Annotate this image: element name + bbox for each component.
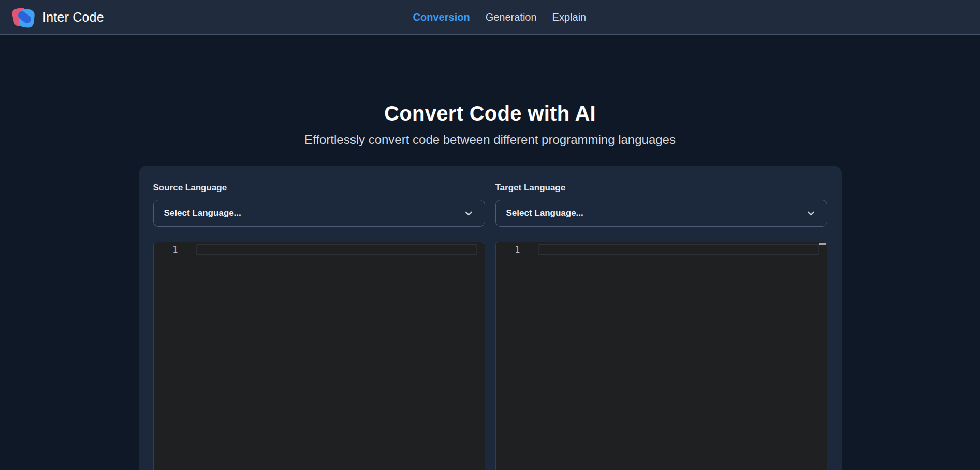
main-nav: Conversion Generation Explain — [413, 0, 587, 34]
target-language-label: Target Language — [495, 183, 827, 193]
header: Inter Code Conversion Generation Explain — [0, 0, 980, 35]
converter-panel: Source Language Select Language... Targe… — [139, 166, 842, 470]
nav-item-explain[interactable]: Explain — [552, 11, 587, 23]
language-selector-row: Source Language Select Language... Targe… — [153, 183, 827, 227]
target-code-editor[interactable]: 1 — [495, 242, 827, 470]
target-editor-scrollbar-slider[interactable] — [819, 243, 826, 245]
source-language-select[interactable]: Select Language... — [153, 200, 485, 227]
nav-item-generation[interactable]: Generation — [486, 11, 537, 23]
brand-name: Inter Code — [42, 10, 104, 25]
hero-section: Convert Code with AI Effortlessly conver… — [0, 35, 980, 148]
editors-row: 1 1 — [153, 242, 827, 470]
nav-item-conversion[interactable]: Conversion — [413, 11, 470, 23]
chevron-down-icon — [807, 209, 815, 218]
brand-home-link[interactable]: Inter Code — [12, 5, 104, 30]
page-subtitle: Effortlessly convert code between differ… — [0, 132, 980, 148]
target-editor-code-area[interactable] — [496, 242, 827, 470]
inter-code-logo-icon — [12, 5, 35, 30]
target-language-select[interactable]: Select Language... — [495, 200, 827, 227]
target-language-field: Target Language Select Language... — [495, 183, 827, 227]
source-language-field: Source Language Select Language... — [153, 183, 485, 227]
source-code-editor[interactable]: 1 — [153, 242, 485, 470]
source-language-label: Source Language — [153, 183, 485, 193]
chevron-down-icon — [464, 209, 473, 218]
source-language-select-value: Select Language... — [164, 208, 241, 218]
source-editor-code-area[interactable] — [154, 242, 485, 470]
target-language-select-value: Select Language... — [506, 208, 583, 218]
page: { "brand": { "name": "Inter Code" }, "na… — [0, 0, 980, 470]
page-title: Convert Code with AI — [0, 101, 980, 126]
